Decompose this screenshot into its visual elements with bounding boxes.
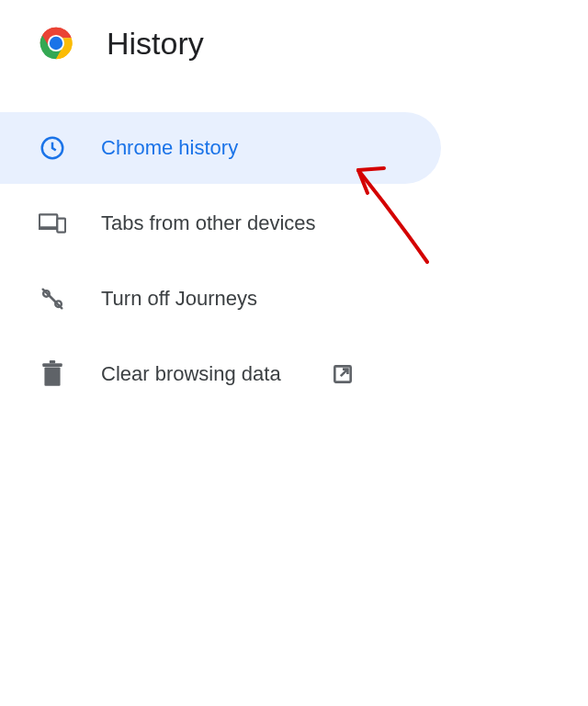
- svg-line-9: [43, 290, 62, 309]
- svg-rect-6: [57, 219, 65, 233]
- nav-item-turn-off-journeys[interactable]: Turn off Journeys: [0, 263, 441, 335]
- nav-label: Tabs from other devices: [101, 211, 316, 235]
- nav-label: Chrome history: [101, 136, 238, 160]
- nav-item-clear-browsing-data[interactable]: Clear browsing data: [0, 338, 441, 410]
- external-link-icon: [329, 362, 356, 386]
- journeys-off-icon: [39, 284, 66, 313]
- nav-item-chrome-history[interactable]: Chrome history: [0, 112, 441, 184]
- svg-rect-5: [39, 227, 58, 230]
- chrome-logo-icon: [35, 22, 77, 64]
- page-title: History: [107, 26, 204, 62]
- nav-item-tabs-from-other-devices[interactable]: Tabs from other devices: [0, 188, 441, 259]
- clock-icon: [39, 134, 66, 162]
- nav-label: Turn off Journeys: [101, 287, 257, 311]
- svg-rect-4: [40, 214, 57, 227]
- nav-label: Clear browsing data: [101, 362, 281, 386]
- svg-rect-12: [50, 360, 55, 363]
- svg-rect-11: [42, 363, 62, 367]
- svg-rect-10: [44, 368, 60, 386]
- svg-point-2: [50, 37, 62, 50]
- devices-icon: [39, 211, 66, 235]
- history-nav: Chrome history Tabs from other devices T…: [0, 112, 588, 410]
- header: History: [0, 0, 588, 86]
- trash-icon: [39, 360, 66, 388]
